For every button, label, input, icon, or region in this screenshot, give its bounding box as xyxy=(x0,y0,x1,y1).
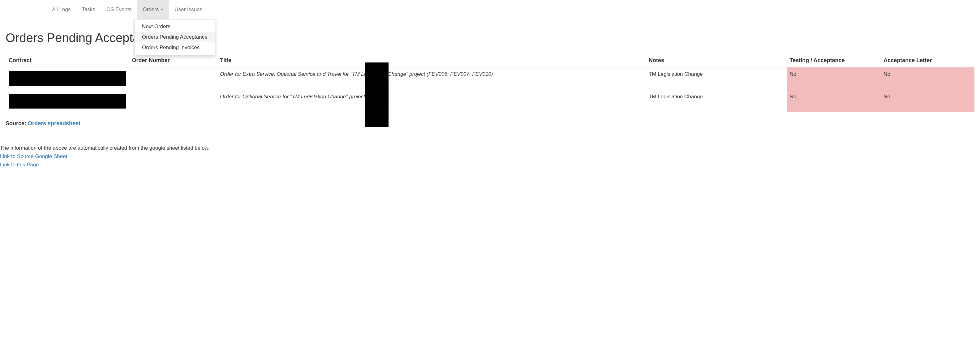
nav-orders[interactable]: Orders xyxy=(137,0,169,19)
nav-user-issues[interactable]: User Issues xyxy=(169,0,208,19)
divider xyxy=(0,136,980,137)
th-notes: Notes xyxy=(646,54,740,67)
td-notes: TM Legislation Change xyxy=(646,67,740,90)
table-header-row: Contract Order Number Title Notes Testin… xyxy=(6,54,974,67)
td-title: Order for Extra Service, Optional Servic… xyxy=(217,67,646,90)
footer-info: The information of the above are automat… xyxy=(0,144,980,169)
table-row: Order for Extra Service, Optional Servic… xyxy=(6,67,974,90)
link-this-page[interactable]: Link to this Page xyxy=(0,160,980,169)
nav-os-events[interactable]: OS Events xyxy=(101,0,137,19)
td-contract xyxy=(6,67,129,90)
td-letter: No xyxy=(880,90,974,113)
td-order-number xyxy=(129,67,217,90)
th-testing: Testing / Acceptance xyxy=(787,54,881,67)
th-letter: Acceptance Letter xyxy=(880,54,974,67)
orders-table: Contract Order Number Title Notes Testin… xyxy=(6,54,974,112)
source-link[interactable]: Orders spreadsheet xyxy=(28,120,80,127)
nav-tasks[interactable]: Tasks xyxy=(76,0,100,19)
nav-orders-label: Orders xyxy=(143,6,159,13)
td-title: Order for Optional Service for “TM Legis… xyxy=(217,90,646,113)
th-redacted xyxy=(740,54,787,67)
dropdown-next-orders[interactable]: Next Orders xyxy=(135,21,215,32)
caret-down-icon xyxy=(160,9,163,10)
th-order-number: Order Number xyxy=(129,54,217,67)
redacted-block xyxy=(9,71,126,86)
table-row: Order for Optional Service for “TM Legis… xyxy=(6,90,974,113)
navbar: All Logs Tasks OS Events Orders User Iss… xyxy=(0,0,980,19)
td-contract xyxy=(6,90,129,113)
td-redacted xyxy=(740,67,787,90)
td-redacted xyxy=(740,90,787,113)
nav-all-logs[interactable]: All Logs xyxy=(46,0,76,19)
dropdown-orders-pending-acceptance[interactable]: Orders Pending Acceptance xyxy=(135,32,215,42)
source-prefix: Source: xyxy=(6,120,28,127)
td-testing: No xyxy=(787,67,881,90)
footer-info-text: The information of the above are automat… xyxy=(0,145,210,151)
redacted-column-block xyxy=(365,62,388,127)
td-order-number xyxy=(129,90,217,113)
th-title: Title xyxy=(217,54,646,67)
source-line: Source: Orders spreadsheet xyxy=(6,120,974,127)
dropdown-orders-pending-invoices[interactable]: Orders Pending Invoices xyxy=(135,42,215,53)
redacted-block xyxy=(9,94,126,108)
link-source-sheet[interactable]: Link to Source Google Sheet xyxy=(0,152,980,160)
td-letter: No xyxy=(880,67,974,90)
th-contract: Contract xyxy=(6,54,129,67)
td-notes: TM Legislation Change xyxy=(646,90,740,113)
orders-dropdown-menu: Next Orders Orders Pending Acceptance Or… xyxy=(134,19,215,55)
td-testing: No xyxy=(787,90,881,113)
